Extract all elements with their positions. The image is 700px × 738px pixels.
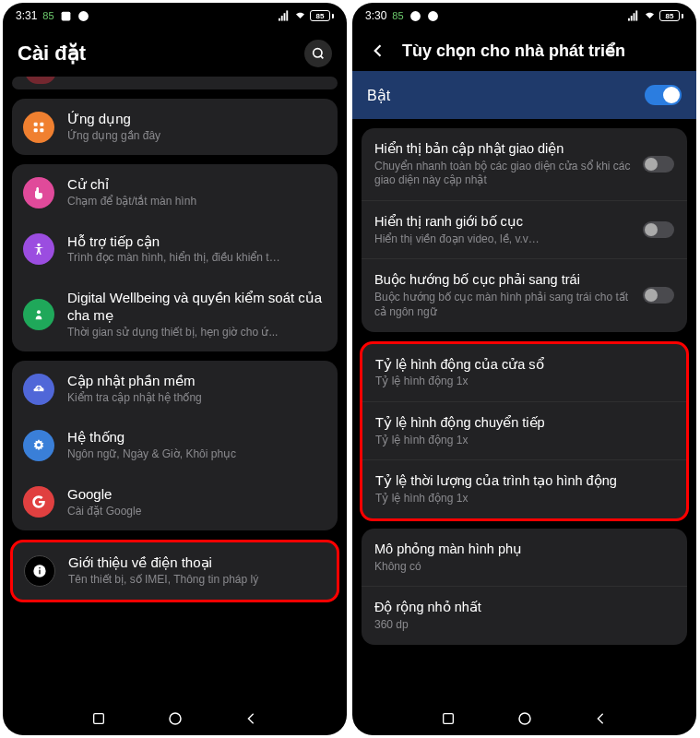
status-count: 85 xyxy=(42,10,53,21)
svg-rect-23 xyxy=(631,16,633,21)
phone-right-developer: 3:30 85 85 Tùy chọn cho nhà phát triển B… xyxy=(352,3,696,735)
dev-item-animator[interactable]: Tỷ lệ thời lượng của trình tạo hình động… xyxy=(362,459,686,518)
settings-item-wellbeing[interactable]: Digital Wellbeing và quyền kiểm soát của… xyxy=(12,278,338,351)
highlighted-animation-scales: Tỷ lệ hình động của cửa sổ Tỷ lệ hình độ… xyxy=(360,341,689,521)
messenger-icon xyxy=(427,10,439,22)
svg-rect-11 xyxy=(40,128,43,132)
layout-bounds-title: Hiển thị ranh giới bố cục xyxy=(374,213,632,231)
app-icon xyxy=(77,10,89,22)
status-count: 85 xyxy=(392,10,403,21)
animator-sub: Tỷ lệ hình động 1x xyxy=(375,492,673,506)
enable-toggle[interactable] xyxy=(645,85,682,105)
dev-item-update-ui[interactable]: Hiển thị bản cập nhật giao diện Chuyển n… xyxy=(362,128,687,200)
back-button[interactable] xyxy=(367,40,389,62)
nav-back-button[interactable] xyxy=(592,710,609,727)
enable-label: Bật xyxy=(367,87,390,104)
settings-item-system[interactable]: Hệ thống Ngôn ngữ, Ngày & Giờ, Khôi phục xyxy=(12,417,338,473)
facebook-icon xyxy=(409,10,421,22)
nav-home-button[interactable] xyxy=(516,710,533,727)
status-bar: 3:31 85 85 xyxy=(3,3,347,29)
window-anim-sub: Tỷ lệ hình động 1x xyxy=(375,375,673,389)
svg-rect-0 xyxy=(61,11,70,20)
svg-rect-3 xyxy=(281,16,283,21)
settings-item-update[interactable]: Cập nhật phần mềm Kiểm tra cập nhật hệ t… xyxy=(12,361,338,417)
nav-home-button[interactable] xyxy=(167,710,184,727)
navigation-bar xyxy=(352,702,696,735)
nav-recent-button[interactable] xyxy=(90,710,107,727)
battery-level: 85 xyxy=(666,12,674,20)
apps-title: Ứng dụng xyxy=(67,111,326,128)
trans-anim-sub: Tỷ lệ hình động 1x xyxy=(375,434,673,448)
svg-point-12 xyxy=(37,244,40,246)
svg-rect-26 xyxy=(443,714,453,724)
partial-row-top xyxy=(12,77,338,89)
gallery-icon xyxy=(60,10,72,22)
svg-rect-25 xyxy=(635,10,637,20)
settings-item-gesture[interactable]: Cử chỉ Chạm để bật/tắt màn hình xyxy=(12,164,338,220)
about-sub: Tên thiết bị, số IMEI, Thông tin pháp lý xyxy=(68,573,326,588)
dev-item-secondary[interactable]: Mô phỏng màn hình phụ Không có xyxy=(362,529,687,586)
svg-rect-18 xyxy=(93,714,103,724)
developer-options-list[interactable]: Bật Hiển thị bản cập nhật giao diện Chuy… xyxy=(352,71,696,702)
svg-point-21 xyxy=(428,11,438,21)
svg-rect-2 xyxy=(279,18,280,21)
wifi-icon xyxy=(644,10,656,22)
window-anim-title: Tỷ lệ hình động của cửa sổ xyxy=(375,356,673,374)
about-icon xyxy=(24,555,55,587)
update-ui-title: Hiển thị bản cập nhật giao diện xyxy=(374,140,632,158)
wellbeing-title: Digital Wellbeing và quyền kiểm soát của… xyxy=(67,290,326,325)
svg-rect-10 xyxy=(34,128,38,132)
dev-item-trans-anim[interactable]: Tỷ lệ hình động chuyển tiếp Tỷ lệ hình đ… xyxy=(362,401,686,459)
svg-rect-8 xyxy=(34,122,38,125)
dev-item-force-rtl[interactable]: Buộc hướng bố cục phải sang trái Buộc hư… xyxy=(362,258,687,331)
apps-sub: Ứng dụng gần đây xyxy=(67,129,326,144)
accessibility-icon xyxy=(23,233,54,265)
dev-item-min-width[interactable]: Độ rộng nhỏ nhất 360 dp xyxy=(362,586,687,644)
settings-list[interactable]: Ứng dụng Ứng dụng gần đây Cử chỉ Chạm để… xyxy=(3,77,347,702)
about-title: Giới thiệu về điện thoại xyxy=(68,554,326,572)
update-ui-sub: Chuyển nhanh toàn bộ các giao diện cửa s… xyxy=(374,160,632,188)
battery-icon: 85 xyxy=(659,10,683,21)
layout-bounds-toggle[interactable] xyxy=(643,221,674,238)
settings-item-google[interactable]: Google Cài đặt Google xyxy=(12,474,338,530)
header: Cài đặt xyxy=(3,29,347,77)
layout-bounds-sub: Hiển thị viền đoạn video, lề, v.v… xyxy=(374,232,632,247)
battery-icon: 85 xyxy=(310,10,334,21)
settings-item-apps[interactable]: Ứng dụng Ứng dụng gần đây xyxy=(12,99,338,155)
secondary-title: Mô phỏng màn hình phụ xyxy=(374,541,674,558)
dev-item-layout-bounds[interactable]: Hiển thị ranh giới bố cục Hiển thị viền … xyxy=(362,200,687,258)
search-button[interactable] xyxy=(304,40,332,67)
wellbeing-icon xyxy=(23,299,54,330)
page-title: Cài đặt xyxy=(18,42,86,65)
apps-icon xyxy=(23,112,54,143)
accessibility-title: Hỗ trợ tiếp cận xyxy=(67,233,326,251)
force-rtl-toggle[interactable] xyxy=(643,287,674,304)
min-width-title: Độ rộng nhỏ nhất xyxy=(374,599,674,616)
enable-developer-toggle-row[interactable]: Bật xyxy=(352,71,696,119)
system-sub: Ngôn ngữ, Ngày & Giờ, Khôi phục xyxy=(67,447,326,462)
svg-rect-24 xyxy=(634,13,635,20)
settings-item-accessibility[interactable]: Hỗ trợ tiếp cận Trình đọc màn hình, hiển… xyxy=(12,221,338,278)
force-rtl-sub: Buộc hướng bố cục màn hình phải sang trá… xyxy=(374,291,632,319)
page-title: Tùy chọn cho nhà phát triển xyxy=(398,41,625,61)
dev-item-window-anim[interactable]: Tỷ lệ hình động của cửa sổ Tỷ lệ hình độ… xyxy=(362,344,686,401)
svg-point-1 xyxy=(78,11,89,21)
svg-point-14 xyxy=(37,443,41,446)
svg-rect-9 xyxy=(40,122,43,125)
update-title: Cập nhật phần mềm xyxy=(67,373,326,390)
status-time: 3:30 xyxy=(365,9,386,22)
settings-item-about[interactable]: Giới thiệu về điện thoại Tên thiết bị, s… xyxy=(13,542,337,599)
nav-recent-button[interactable] xyxy=(440,710,457,727)
svg-rect-16 xyxy=(39,569,40,574)
svg-rect-22 xyxy=(628,18,630,21)
phone-left-settings: 3:31 85 85 Cài đặt xyxy=(3,3,347,735)
wellbeing-sub: Thời gian sử dụng thiết bị, hẹn giờ cho … xyxy=(67,326,326,340)
google-title: Google xyxy=(67,486,326,504)
gesture-icon xyxy=(23,177,54,208)
status-time: 3:31 xyxy=(16,9,37,22)
update-ui-toggle[interactable] xyxy=(643,156,674,173)
system-icon xyxy=(23,430,54,461)
battery-level: 85 xyxy=(316,12,325,20)
nav-back-button[interactable] xyxy=(243,710,259,727)
svg-rect-17 xyxy=(39,567,40,568)
